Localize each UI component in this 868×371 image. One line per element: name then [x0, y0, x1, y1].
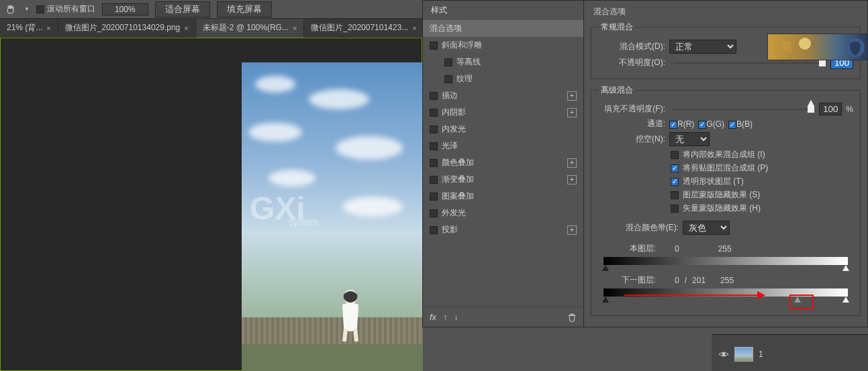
visibility-icon[interactable] [718, 349, 729, 360]
style-pattern-overlay[interactable]: 图案叠加 [423, 188, 583, 205]
close-icon[interactable]: × [184, 24, 188, 32]
close-icon[interactable]: × [293, 24, 297, 32]
svg-point-4 [722, 353, 726, 356]
next-layer-white-marker[interactable] [842, 297, 849, 303]
style-gradient-overlay[interactable]: 渐变叠加+ [423, 171, 583, 188]
fill-opacity-slider[interactable] [673, 109, 811, 110]
layer-mask-hides-checkbox[interactable] [671, 191, 679, 199]
advanced-blend-group: 高级混合 填充不透明度(F): % 通道: R(R) G(G) B(B) 挖空(… [591, 85, 861, 316]
zoom-input[interactable]: 100% [102, 3, 148, 15]
annotation-box [789, 295, 814, 309]
next-layer-black-marker[interactable] [602, 297, 609, 303]
style-blending-options[interactable]: 混合选项 [423, 20, 583, 37]
style-satin[interactable]: 光泽 [423, 138, 583, 154]
knockout-select[interactable]: 无 [669, 132, 710, 146]
panel-title: 混合选项 [591, 5, 861, 21]
vector-mask-hides-checkbox[interactable] [671, 205, 679, 213]
layer-name: 1 [759, 350, 763, 359]
decorative-banner: 英 [767, 34, 868, 60]
this-layer-label: 本图层: [604, 243, 656, 254]
annotation-arrow [624, 295, 759, 296]
channel-g-checkbox[interactable]: G(G) [698, 119, 724, 129]
canvas-area[interactable]: GXi system [0, 38, 422, 371]
fx-icon[interactable]: fx [430, 312, 436, 322]
channel-b-checkbox[interactable]: B(B) [728, 119, 753, 129]
style-outer-glow[interactable]: 外发光 [423, 205, 583, 221]
watermark-sub: system [289, 217, 318, 227]
layer-row[interactable]: 1 [712, 343, 868, 366]
style-bevel-emboss[interactable]: 斜面和浮雕 [423, 37, 583, 54]
fill-screen-button[interactable]: 填充屏幕 [217, 1, 272, 17]
blend-clipped-checkbox[interactable] [671, 164, 679, 172]
styles-header: 样式 [423, 1, 583, 20]
arrow-up-icon[interactable]: ↑ [443, 313, 447, 322]
add-icon[interactable]: + [567, 225, 577, 235]
blend-if-label: 混合颜色带(E): [598, 222, 679, 233]
fill-opacity-input[interactable] [819, 103, 842, 115]
channels-label: 通道: [598, 118, 665, 129]
blend-mode-label: 混合模式(D): [598, 41, 665, 52]
this-layer-black-marker[interactable] [602, 265, 609, 271]
style-stroke[interactable]: 描边+ [423, 87, 583, 104]
next-layer-label: 下一图层: [604, 274, 656, 286]
style-drop-shadow[interactable]: 投影+ [423, 221, 583, 238]
tab-document-2[interactable]: 未标题-2 @ 100%(RG...× [196, 19, 305, 38]
svg-text:英: 英 [781, 41, 792, 52]
add-icon[interactable]: + [567, 175, 577, 184]
tab-document-1[interactable]: 微信图片_20200710134029.png× [58, 19, 196, 38]
scroll-all-label: 滚动所有窗口 [47, 3, 95, 15]
fill-opacity-label: 填充不透明度(F): [598, 103, 665, 115]
style-contour[interactable]: 等高线 [423, 54, 583, 70]
this-layer-gradient[interactable] [604, 257, 848, 265]
tool-dropdown-icon[interactable]: ▼ [24, 6, 30, 12]
layer-styles-panel: 样式 混合选项 斜面和浮雕 等高线 纹理 描边+ 内阴影+ 内发光 光泽 颜色叠… [422, 0, 583, 327]
style-texture[interactable]: 纹理 [423, 70, 583, 87]
close-icon[interactable]: × [46, 24, 50, 32]
svg-point-1 [799, 38, 811, 50]
style-inner-shadow[interactable]: 内阴影+ [423, 104, 583, 121]
style-color-overlay[interactable]: 颜色叠加+ [423, 154, 583, 171]
tab-document-3[interactable]: 微信图片_202007101423...× [304, 19, 424, 38]
add-icon[interactable]: + [567, 108, 577, 117]
hand-tool-icon[interactable] [5, 4, 16, 15]
add-icon[interactable]: + [567, 158, 577, 168]
blend-if-select[interactable]: 灰色 [683, 221, 730, 235]
arrow-down-icon[interactable]: ↓ [454, 313, 458, 322]
blend-mode-select[interactable]: 正常 [669, 40, 736, 54]
next-layer-min: 0 [675, 276, 679, 285]
this-layer-min: 0 [675, 244, 679, 254]
close-icon[interactable]: × [412, 24, 416, 32]
trash-icon[interactable] [567, 313, 577, 322]
add-icon[interactable]: + [567, 91, 577, 101]
this-layer-white-marker[interactable] [842, 265, 849, 271]
transparency-shapes-checkbox[interactable] [671, 178, 679, 186]
this-layer-max: 255 [718, 244, 732, 254]
opacity-slider[interactable] [673, 62, 822, 64]
tab-document-0[interactable]: 21% (背...× [0, 19, 58, 38]
knockout-label: 挖空(N): [598, 134, 665, 145]
blend-interior-checkbox[interactable] [671, 151, 679, 159]
fit-screen-button[interactable]: 适合屏幕 [155, 1, 210, 17]
canvas-image: GXi system [242, 62, 423, 371]
next-layer-max: 255 [720, 276, 734, 285]
style-inner-glow[interactable]: 内发光 [423, 121, 583, 138]
next-layer-split: 201 [692, 276, 706, 285]
layer-thumbnail[interactable] [734, 347, 753, 362]
layers-panel: 1 [712, 334, 868, 371]
opacity-label: 不透明度(O): [598, 57, 665, 68]
scroll-all-checkbox[interactable]: 滚动所有窗口 [36, 3, 95, 15]
channel-r-checkbox[interactable]: R(R) [669, 119, 694, 129]
